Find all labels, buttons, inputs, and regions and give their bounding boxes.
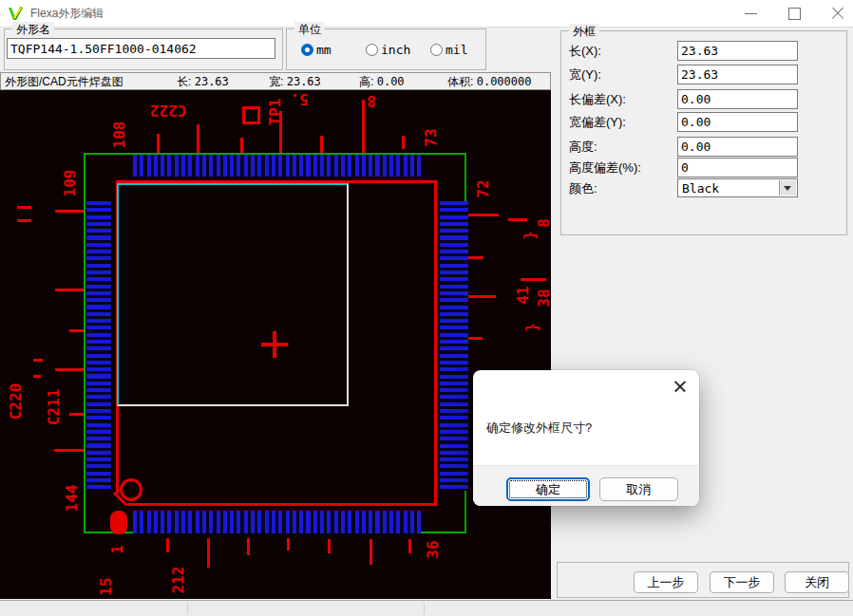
dialog-close-icon[interactable] <box>667 375 693 398</box>
cad-tick <box>362 100 365 153</box>
cad-tick <box>55 210 84 213</box>
height-dev-input[interactable] <box>677 158 798 177</box>
pad-row-right <box>440 201 468 491</box>
body-outline-bottom <box>127 503 437 506</box>
cad-label: 8 <box>537 218 551 228</box>
pin1-pad-marker <box>110 511 127 534</box>
height-label: 高度: <box>569 137 597 157</box>
cad-tick <box>287 538 290 551</box>
cad-tick <box>320 136 323 153</box>
cad-tick <box>55 368 84 371</box>
cad-label: 1 <box>110 545 125 554</box>
cad-tick <box>328 539 331 553</box>
radio-mil-label: mil <box>445 44 467 57</box>
cad-tick <box>468 337 483 340</box>
origin-cross-v <box>273 331 276 358</box>
cad-tick <box>207 538 210 568</box>
cad-label: 41 <box>516 286 531 304</box>
minimize-icon[interactable] <box>737 0 766 27</box>
title-bar: Flexa外形编辑 <box>0 0 853 27</box>
height-dev-label: 高度偏差(%): <box>569 158 641 177</box>
close-button[interactable]: 关闭 <box>785 571 849 593</box>
cad-tick <box>55 289 84 291</box>
dialog-message: 确定修改外框尺寸? <box>486 420 592 437</box>
shape-name-input[interactable] <box>7 38 275 59</box>
cad-label: } <box>522 231 538 240</box>
cad-tick <box>17 206 31 209</box>
width-y-input[interactable] <box>677 65 798 84</box>
cad-tick <box>468 295 496 298</box>
frame-group: 外框 长(X): 宽(Y): 长偏差(X): 宽偏差(Y): 高度: 高度偏差(… <box>560 30 847 235</box>
status-bar-divider <box>424 603 425 614</box>
radio-mil[interactable] <box>430 44 443 56</box>
previous-step-button[interactable]: 上一步 <box>634 571 698 593</box>
cad-tick <box>468 214 499 216</box>
cad-label: 8 <box>367 93 376 108</box>
length-x-label: 长(X): <box>569 41 601 61</box>
cad-tick <box>54 449 84 452</box>
width-dev-y-label: 宽偏差(Y): <box>569 112 626 132</box>
pad-row-left <box>86 201 111 489</box>
cad-canvas[interactable]: 108109C222TP15.87372C220C211144115212368… <box>0 90 551 599</box>
flexa-shape-editor-window: Flexa外形编辑 外形名 单位 mm inch mil 外形图/CAD元件焊盘… <box>0 0 853 616</box>
cad-label: 108 <box>112 121 127 149</box>
cad-label: 72 <box>476 179 491 197</box>
cad-tick <box>157 134 160 153</box>
frame-group-label: 外框 <box>569 24 599 40</box>
cad-tick <box>408 539 411 553</box>
cad-tick <box>402 136 405 149</box>
status-bar-divider <box>187 603 188 614</box>
color-label: 颜色: <box>569 178 597 198</box>
next-step-button[interactable]: 下一步 <box>710 571 774 593</box>
radio-inch-label: inch <box>381 44 410 57</box>
length-x-input[interactable] <box>677 41 798 61</box>
pad-row-bottom <box>133 511 421 533</box>
cad-label: C211 <box>47 389 62 426</box>
cancel-button[interactable]: 取消 <box>599 477 678 501</box>
cad-label: 212 <box>171 567 186 594</box>
info-height: 高: 0.00 <box>359 74 405 89</box>
radio-mm-label: mm <box>316 44 332 57</box>
cad-label: 36 <box>426 540 441 558</box>
tp1-testpoint-square <box>242 106 260 124</box>
cad-tick <box>69 413 84 416</box>
cad-tick <box>370 539 372 565</box>
cad-tick <box>508 218 527 221</box>
cad-label: 38 <box>537 289 551 307</box>
cad-tick <box>521 278 546 281</box>
ok-button[interactable]: 确定 <box>506 477 590 501</box>
cad-label: C220 <box>9 383 24 420</box>
cad-label: 15 <box>99 577 114 595</box>
color-select-value: Black <box>682 180 719 196</box>
maximize-icon[interactable] <box>780 0 808 27</box>
info-bar: 外形图/CAD元件焊盘图 长: 23.63 宽: 23.63 高: 0.00 体… <box>0 72 551 90</box>
width-dev-y-input[interactable] <box>677 112 798 132</box>
cad-tick <box>17 219 31 222</box>
pin1-circle-marker <box>120 478 142 501</box>
info-volume: 体积: 0.000000 <box>447 74 531 89</box>
app-logo-icon <box>8 6 24 22</box>
info-bar-title: 外形图/CAD元件焊盘图 <box>5 74 123 89</box>
radio-mm[interactable] <box>301 44 313 56</box>
cad-label: 73 <box>424 128 439 146</box>
chevron-down-icon[interactable] <box>779 180 796 196</box>
cad-tick <box>69 329 84 332</box>
color-select[interactable]: Black <box>677 178 798 197</box>
body-outline-right <box>434 180 437 506</box>
cad-label: 5. <box>290 91 308 106</box>
cad-label: 109 <box>63 170 78 197</box>
cad-label: TP1 <box>268 99 283 126</box>
height-input[interactable] <box>677 137 798 157</box>
cad-tick <box>240 138 243 153</box>
length-dev-x-label: 长偏差(X): <box>569 89 626 109</box>
radio-inch[interactable] <box>366 44 378 56</box>
status-bar <box>0 600 853 616</box>
cad-tick <box>33 359 43 362</box>
length-dev-x-input[interactable] <box>677 89 798 109</box>
unit-group-label: 单位 <box>294 22 325 38</box>
cad-label: 144 <box>65 485 80 513</box>
info-length: 长: 23.63 <box>177 74 229 89</box>
info-width: 宽: 23.63 <box>269 74 321 89</box>
close-window-icon[interactable] <box>823 0 853 27</box>
confirm-dialog: 确定修改外框尺寸? 确定 取消 <box>473 370 699 506</box>
